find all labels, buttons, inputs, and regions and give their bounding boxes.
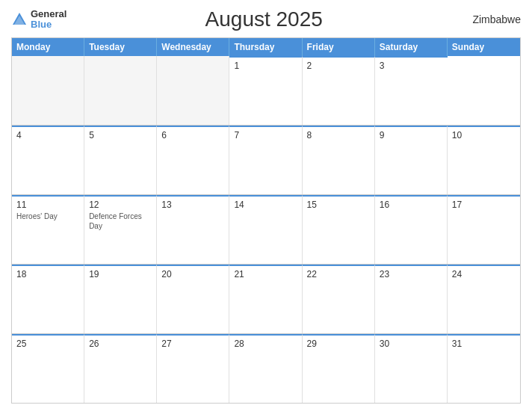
- cell-aug-28: 28: [229, 334, 302, 403]
- day-15: 15: [307, 200, 370, 210]
- day-4: 4: [16, 130, 79, 140]
- day-18: 18: [16, 269, 79, 279]
- cell-aug-23: 23: [375, 265, 448, 333]
- event-defence-forces-day: Defence Forces Day: [89, 211, 152, 231]
- cell-aug-16: 16: [375, 195, 448, 264]
- cell-aug-15: 15: [303, 195, 375, 264]
- day-28: 28: [234, 339, 297, 349]
- day-16: 16: [380, 200, 442, 210]
- cell-empty-1: [12, 56, 84, 125]
- header-tuesday: Tuesday: [84, 38, 157, 56]
- day-19: 19: [89, 269, 152, 279]
- cell-aug-11: 11 Heroes' Day: [12, 195, 84, 264]
- cell-aug-2: 2: [303, 56, 375, 125]
- day-25: 25: [16, 339, 79, 349]
- cell-aug-25: 25: [12, 334, 84, 403]
- day-12: 12: [89, 200, 152, 210]
- cell-aug-1: 1: [229, 56, 302, 125]
- day-2: 2: [307, 61, 370, 71]
- cell-empty-3: [157, 56, 229, 125]
- day-5: 5: [89, 130, 152, 140]
- day-26: 26: [89, 339, 152, 349]
- cell-aug-5: 5: [84, 126, 157, 194]
- cell-aug-3: 3: [375, 56, 448, 125]
- cell-aug-17: 17: [448, 195, 520, 264]
- cell-aug-31: 31: [448, 334, 520, 403]
- cell-aug-29: 29: [303, 334, 375, 403]
- header-friday: Friday: [303, 38, 375, 56]
- day-1: 1: [234, 61, 297, 71]
- cell-aug-14: 14: [229, 195, 302, 264]
- cell-aug-22: 22: [303, 265, 375, 333]
- cell-aug-30: 30: [375, 334, 448, 403]
- country-label: Zimbabwe: [461, 13, 521, 25]
- calendar-header-row: Monday Tuesday Wednesday Thursday Friday…: [12, 38, 520, 56]
- day-13: 13: [161, 200, 224, 210]
- header-wednesday: Wednesday: [157, 38, 229, 56]
- cell-aug-13: 13: [157, 195, 229, 264]
- cell-aug-19: 19: [84, 265, 157, 333]
- day-20: 20: [161, 269, 224, 279]
- cell-aug-8: 8: [303, 126, 375, 194]
- day-22: 22: [307, 269, 370, 279]
- week-5: 25 26 27 28 29 30 31: [12, 334, 520, 403]
- logo-blue: Blue: [31, 19, 66, 30]
- week-3: 11 Heroes' Day 12 Defence Forces Day 13 …: [12, 195, 520, 265]
- day-21: 21: [234, 269, 297, 279]
- day-3: 3: [380, 61, 443, 71]
- logo-text: General Blue: [31, 9, 66, 31]
- day-9: 9: [380, 130, 442, 140]
- event-heroes-day: Heroes' Day: [16, 211, 79, 221]
- cell-aug-10: 10: [448, 126, 520, 194]
- day-14: 14: [234, 200, 297, 210]
- logo: General Blue: [11, 9, 66, 31]
- cell-aug-12: 12 Defence Forces Day: [84, 195, 157, 264]
- cell-aug-18: 18: [12, 265, 84, 333]
- day-7: 7: [234, 130, 297, 140]
- day-23: 23: [380, 269, 442, 279]
- calendar-title: August 2025: [66, 7, 461, 31]
- cell-aug-6: 6: [157, 126, 229, 194]
- week-1: 1 2 3: [12, 56, 520, 126]
- logo-icon: [11, 11, 28, 28]
- calendar-page: General Blue August 2025 Zimbabwe Monday…: [0, 0, 532, 411]
- header: General Blue August 2025 Zimbabwe: [11, 7, 521, 31]
- cell-aug-4: 4: [12, 126, 84, 194]
- cell-aug-9: 9: [375, 126, 448, 194]
- calendar-body: 1 2 3 4 5 6: [12, 56, 520, 403]
- cell-aug-26: 26: [84, 334, 157, 403]
- cell-aug-20: 20: [157, 265, 229, 333]
- logo-general: General: [31, 9, 66, 19]
- header-saturday: Saturday: [375, 38, 448, 56]
- day-8: 8: [307, 130, 370, 140]
- day-17: 17: [452, 200, 516, 210]
- cell-aug-24: 24: [448, 265, 520, 333]
- day-10: 10: [452, 130, 516, 140]
- cell-aug-7: 7: [229, 126, 302, 194]
- day-29: 29: [307, 339, 370, 349]
- day-6: 6: [161, 130, 224, 140]
- cell-aug-27: 27: [157, 334, 229, 403]
- header-thursday: Thursday: [229, 38, 302, 56]
- header-sunday: Sunday: [448, 38, 520, 56]
- calendar-grid: Monday Tuesday Wednesday Thursday Friday…: [11, 37, 521, 404]
- day-24: 24: [452, 269, 516, 279]
- day-31: 31: [452, 339, 516, 349]
- week-2: 4 5 6 7 8 9 10: [12, 126, 520, 195]
- day-30: 30: [380, 339, 442, 349]
- cell-aug-21: 21: [229, 265, 302, 333]
- day-27: 27: [161, 339, 224, 349]
- day-11: 11: [16, 200, 79, 210]
- week-4: 18 19 20 21 22 23 24: [12, 265, 520, 334]
- header-monday: Monday: [12, 38, 84, 56]
- cell-empty-2: [84, 56, 157, 125]
